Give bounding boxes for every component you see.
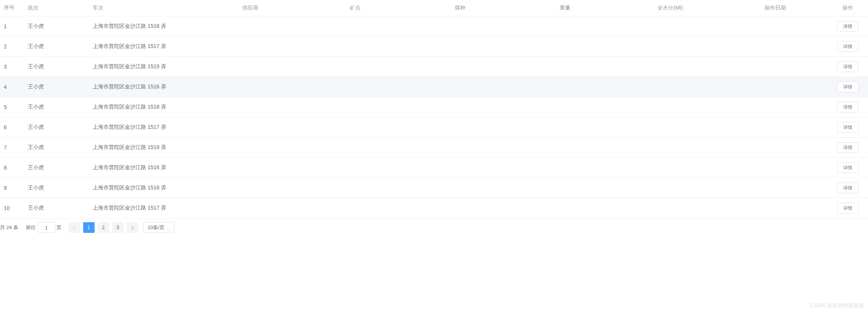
cell-index: 6 — [0, 117, 24, 138]
cell-index: 3 — [0, 57, 24, 77]
table-row[interactable]: 10王小虎上海市普陀区金沙江路 1517 弄详情 — [0, 198, 868, 218]
table-row[interactable]: 8王小虎上海市普陀区金沙江路 1516 弄详情 — [0, 158, 868, 178]
table-row[interactable]: 9王小虎上海市普陀区金沙江路 1518 弄详情 — [0, 178, 868, 198]
cell-action: 详情 — [828, 16, 868, 37]
cell-water — [618, 97, 723, 117]
table-row[interactable]: 2王小虎上海市普陀区金沙江路 1517 弄详情 — [0, 37, 868, 57]
cell-date — [723, 198, 828, 218]
cell-trip: 上海市普陀区金沙江路 1519 弄 — [89, 57, 198, 77]
cell-coal — [408, 117, 513, 138]
cell-trip: 上海市普陀区金沙江路 1518 弄 — [89, 97, 198, 117]
detail-button[interactable]: 详情 — [837, 162, 858, 173]
detail-button[interactable]: 详情 — [837, 61, 858, 72]
col-header-index: 序号 — [0, 0, 24, 16]
detail-button[interactable]: 详情 — [837, 203, 858, 213]
cell-water — [618, 138, 723, 158]
cell-mine — [303, 37, 408, 57]
cell-index: 9 — [0, 178, 24, 198]
col-header-weight: 重量 — [513, 0, 618, 16]
detail-button[interactable]: 详情 — [837, 183, 858, 193]
cell-trip: 上海市普陀区金沙江路 1516 弄 — [89, 158, 198, 178]
cell-batch: 王小虎 — [24, 16, 89, 37]
cell-action: 详情 — [828, 117, 868, 138]
cell-supplier — [198, 158, 303, 178]
cell-water — [618, 198, 723, 218]
pagination-page-1[interactable]: 1 — [83, 222, 95, 233]
cell-mine — [303, 16, 408, 37]
cell-coal — [408, 37, 513, 57]
detail-button[interactable]: 详情 — [837, 82, 858, 92]
cell-coal — [408, 138, 513, 158]
cell-date — [723, 57, 828, 77]
col-header-date: 操作日期 — [723, 0, 828, 16]
page-size-label: 10条/页 — [148, 224, 164, 231]
cell-mine — [303, 178, 408, 198]
cell-weight — [513, 57, 618, 77]
cell-index: 10 — [0, 198, 24, 218]
pagination: 共 24 条 前往 页 123 10条/页 — [0, 218, 868, 237]
pagination-goto-input[interactable] — [38, 222, 55, 233]
detail-button[interactable]: 详情 — [837, 102, 858, 112]
cell-index: 5 — [0, 97, 24, 117]
cell-supplier — [198, 117, 303, 138]
cell-supplier — [198, 16, 303, 37]
pagination-next-button[interactable] — [127, 222, 138, 233]
cell-action: 详情 — [828, 77, 868, 97]
cell-batch: 王小虎 — [24, 178, 89, 198]
cell-coal — [408, 57, 513, 77]
cell-mine — [303, 198, 408, 218]
cell-mine — [303, 57, 408, 77]
cell-trip: 上海市普陀区金沙江路 1516 弄 — [89, 77, 198, 97]
cell-date — [723, 97, 828, 117]
cell-coal — [408, 77, 513, 97]
table-row[interactable]: 4王小虎上海市普陀区金沙江路 1516 弄详情 — [0, 77, 868, 97]
page-size-select[interactable]: 10条/页 — [143, 222, 174, 233]
cell-action: 详情 — [828, 37, 868, 57]
cell-trip: 上海市普陀区金沙江路 1518 弄 — [89, 16, 198, 37]
table-row[interactable]: 5王小虎上海市普陀区金沙江路 1518 弄详情 — [0, 97, 868, 117]
cell-action: 详情 — [828, 138, 868, 158]
cell-supplier — [198, 198, 303, 218]
cell-water — [618, 77, 723, 97]
cell-action: 详情 — [828, 97, 868, 117]
col-header-mine: 矿点 — [303, 0, 408, 16]
table-row[interactable]: 1王小虎上海市普陀区金沙江路 1518 弄详情 — [0, 16, 868, 37]
cell-mine — [303, 138, 408, 158]
cell-batch: 王小虎 — [24, 117, 89, 138]
pagination-prev-button[interactable] — [69, 222, 80, 233]
cell-weight — [513, 97, 618, 117]
cell-batch: 王小虎 — [24, 138, 89, 158]
pagination-page-3[interactable]: 3 — [112, 222, 124, 233]
detail-button[interactable]: 详情 — [837, 41, 858, 52]
cell-batch: 王小虎 — [24, 158, 89, 178]
cell-supplier — [198, 97, 303, 117]
cell-weight — [513, 37, 618, 57]
cell-batch: 王小虎 — [24, 77, 89, 97]
cell-index: 7 — [0, 138, 24, 158]
cell-weight — [513, 117, 618, 138]
table-row[interactable]: 3王小虎上海市普陀区金沙江路 1519 弄详情 — [0, 57, 868, 77]
chevron-left-icon — [72, 224, 77, 230]
cell-water — [618, 16, 723, 37]
cell-weight — [513, 77, 618, 97]
detail-button[interactable]: 详情 — [837, 142, 858, 153]
table-row[interactable]: 7王小虎上海市普陀区金沙江路 1519 弄详情 — [0, 138, 868, 158]
cell-date — [723, 77, 828, 97]
chevron-right-icon — [130, 224, 135, 230]
cell-supplier — [198, 57, 303, 77]
pagination-page-2[interactable]: 2 — [98, 222, 109, 233]
cell-trip: 上海市普陀区金沙江路 1517 弄 — [89, 37, 198, 57]
cell-date — [723, 37, 828, 57]
cell-index: 1 — [0, 16, 24, 37]
cell-batch: 王小虎 — [24, 37, 89, 57]
pagination-total: 共 24 条 — [0, 224, 18, 231]
detail-button[interactable]: 详情 — [837, 21, 858, 32]
cell-supplier — [198, 178, 303, 198]
table-row[interactable]: 6王小虎上海市普陀区金沙江路 1517 弄详情 — [0, 117, 868, 138]
detail-button[interactable]: 详情 — [837, 122, 858, 133]
cell-coal — [408, 16, 513, 37]
cell-action: 详情 — [828, 178, 868, 198]
cell-coal — [408, 158, 513, 178]
cell-water — [618, 158, 723, 178]
cell-batch: 王小虎 — [24, 198, 89, 218]
